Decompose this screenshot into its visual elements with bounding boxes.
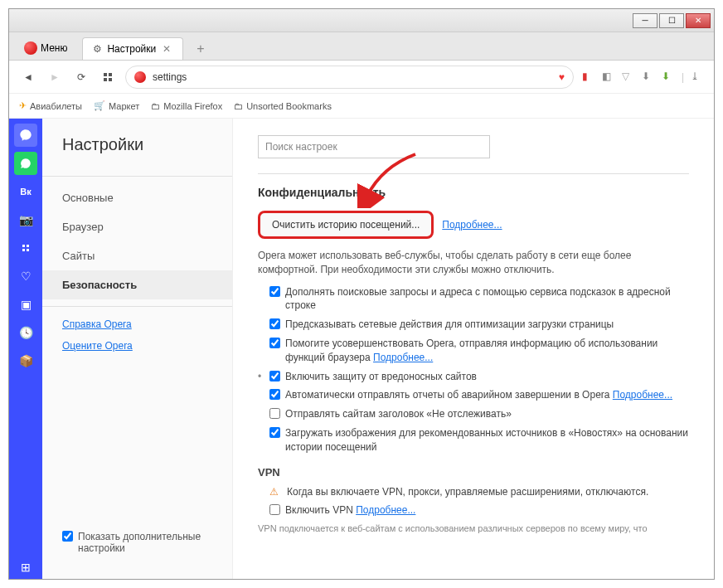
menu-label: Меню: [41, 42, 67, 54]
tab-close-button[interactable]: ✕: [161, 43, 172, 55]
shield-icon[interactable]: ▽: [622, 70, 635, 84]
vpn-description: VPN подключается к веб-сайтам с использо…: [258, 522, 689, 535]
divider: |: [682, 71, 684, 83]
address-bar: ◄ ► ⟳ settings ♥ ▮ ◧ ▽ ⬇ ⬇ | ⤓: [9, 61, 714, 94]
more-link[interactable]: Подробнее...: [373, 352, 433, 363]
show-advanced-checkbox[interactable]: Показать дополнительные настройки: [42, 522, 232, 562]
extension-icons: ▮ ◧ ▽ ⬇ ⬇ | ⤓: [582, 70, 704, 84]
news-icon[interactable]: ▣: [14, 293, 37, 316]
vpn-warning: ⚠Когда вы включаете VPN, прокси, управля…: [258, 485, 689, 499]
warning-icon: ⚠: [269, 485, 279, 499]
check-improve[interactable]: Помогите усовершенствовать Opera, отправ…: [258, 337, 689, 365]
url-text: settings: [153, 71, 552, 83]
plane-icon: ✈: [19, 100, 27, 111]
more-link[interactable]: Подробнее...: [442, 219, 502, 231]
nav-security[interactable]: Безопасность: [42, 270, 232, 299]
folder-icon: 🗀: [151, 101, 160, 111]
whatsapp-icon[interactable]: [14, 152, 37, 175]
speed-dial-icon[interactable]: [14, 236, 37, 260]
savefrom-icon[interactable]: ⬇: [662, 70, 675, 84]
tab-settings[interactable]: ⚙ Настройки ✕: [82, 37, 183, 60]
nav-basic[interactable]: Основные: [42, 183, 232, 212]
camera-icon[interactable]: 📷: [14, 208, 37, 231]
maximize-button[interactable]: ☐: [659, 13, 684, 28]
new-tab-button[interactable]: +: [190, 38, 211, 60]
tab-bar: Меню ⚙ Настройки ✕ +: [9, 32, 714, 61]
minimize-button[interactable]: ─: [633, 13, 657, 28]
settings-icon[interactable]: ⊞: [14, 556, 37, 579]
settings-nav: Настройки Основные Браузер Сайты Безопас…: [42, 119, 233, 579]
vk-icon[interactable]: Вк: [14, 180, 37, 203]
opera-logo-icon: [134, 71, 146, 83]
sidebar-icon[interactable]: ◧: [602, 70, 615, 84]
settings-title: Настройки: [42, 135, 232, 169]
opera-logo-icon: [24, 41, 37, 55]
cart-icon: 🛒: [94, 100, 105, 111]
content: Вк 📷 ♡ ▣ 🕓 📦 ⊞ Настройки Основные Браузе…: [9, 119, 714, 579]
nav-sites[interactable]: Сайты: [42, 241, 232, 270]
clock-icon[interactable]: 🕓: [14, 321, 37, 344]
back-button[interactable]: ◄: [19, 68, 37, 86]
privacy-heading: Конфиденциальность: [258, 186, 689, 199]
browser-window: ─ ☐ ✕ Меню ⚙ Настройки ✕ + ◄ ► ⟳ setting…: [8, 8, 715, 580]
bookmark-aviabilety[interactable]: ✈Авиабилеты: [19, 100, 82, 111]
check-malware[interactable]: Включить защиту от вредоносных сайтов: [258, 370, 689, 384]
more-link[interactable]: Подробнее...: [356, 504, 415, 516]
bookmark-mozilla[interactable]: 🗀Mozilla Firefox: [151, 101, 222, 111]
check-news-images[interactable]: Загружать изображения для рекомендованны…: [258, 426, 689, 454]
messenger-icon[interactable]: [14, 124, 37, 147]
settings-search-input[interactable]: Поиск настроек: [258, 135, 490, 158]
folder-icon: 🗀: [234, 101, 243, 111]
check-autocomplete[interactable]: Дополнять поисковые запросы и адреса с п…: [258, 285, 689, 313]
heart-icon[interactable]: ♥: [559, 71, 565, 83]
nav-help[interactable]: Справка Opera: [42, 313, 232, 335]
check-predict[interactable]: Предсказывать сетевые действия для оптим…: [258, 318, 689, 332]
download-icon[interactable]: ⬇: [642, 70, 655, 84]
settings-main: Поиск настроек Конфиденциальность Очисти…: [233, 119, 714, 579]
check-vpn[interactable]: Включить VPN Подробнее...: [258, 503, 689, 518]
tab-title: Настройки: [107, 43, 156, 55]
nav-rate[interactable]: Оцените Opera: [42, 335, 232, 357]
clear-history-button[interactable]: Очистить историю посещений...: [258, 211, 434, 239]
downloads-icon[interactable]: ⤓: [691, 70, 704, 84]
reload-button[interactable]: ⟳: [72, 68, 90, 86]
check-crash[interactable]: Автоматически отправлять отчеты об авари…: [258, 388, 689, 402]
heart-icon[interactable]: ♡: [14, 265, 37, 288]
bookmarks-bar: ✈Авиабилеты 🛒Маркет 🗀Mozilla Firefox 🗀Un…: [9, 94, 714, 119]
privacy-description: Opera может использовать веб-службы, что…: [258, 249, 689, 277]
forward-button[interactable]: ►: [46, 68, 64, 86]
advanced-checkbox[interactable]: [62, 531, 73, 542]
address-input[interactable]: settings ♥: [125, 66, 574, 89]
vpn-heading: VPN: [258, 466, 689, 479]
package-icon[interactable]: 📦: [14, 349, 37, 372]
bookmark-market[interactable]: 🛒Маркет: [94, 100, 139, 111]
speed-dial-button[interactable]: [99, 68, 117, 86]
sidebar: Вк 📷 ♡ ▣ 🕓 📦 ⊞: [9, 119, 42, 579]
titlebar: ─ ☐ ✕: [9, 9, 714, 32]
bookmark-unsorted[interactable]: 🗀Unsorted Bookmarks: [234, 101, 332, 111]
adblock-icon[interactable]: ▮: [582, 70, 595, 84]
gear-icon: ⚙: [93, 43, 102, 55]
opera-menu-button[interactable]: Меню: [16, 36, 75, 60]
close-button[interactable]: ✕: [686, 13, 711, 28]
check-dnt[interactable]: Отправлять сайтам заголовок «Не отслежив…: [258, 407, 689, 421]
more-link[interactable]: Подробнее...: [613, 389, 672, 401]
nav-browser[interactable]: Браузер: [42, 212, 232, 241]
